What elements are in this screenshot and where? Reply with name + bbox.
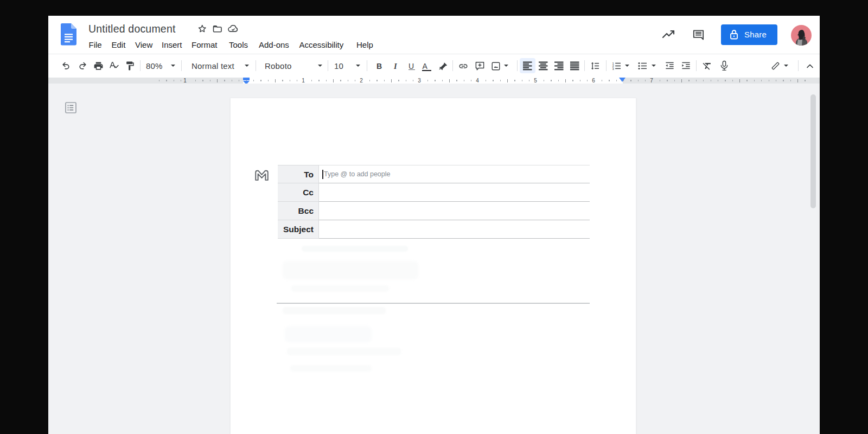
svg-text:3: 3 [612,67,614,71]
